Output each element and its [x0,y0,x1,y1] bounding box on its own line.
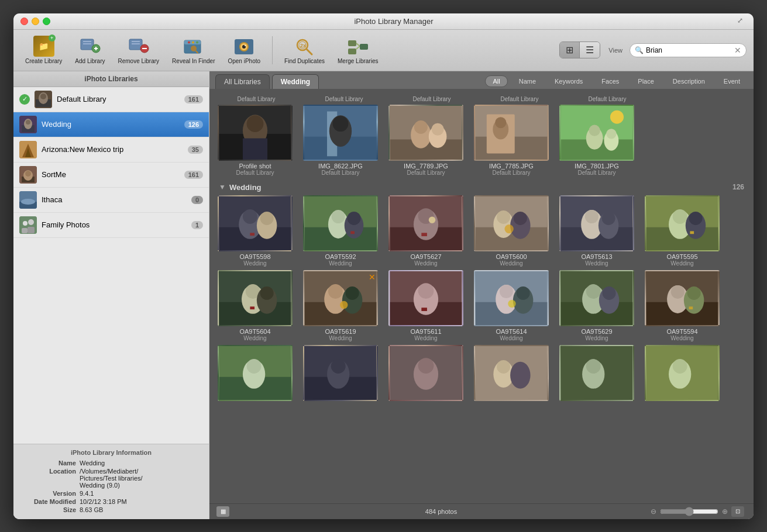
svg-point-111 [585,210,599,223]
tab-all-libraries[interactable]: All Libraries [215,74,270,89]
fullscreen-button[interactable] [43,18,50,25]
titlebar: iPhoto Library Manager ⤢ [13,13,754,30]
svg-rect-159 [689,306,693,309]
photo-item-w18[interactable] [641,345,723,403]
svg-rect-10 [142,48,147,49]
svg-text:2x: 2x [300,43,306,49]
svg-rect-27 [348,40,356,46]
remove-library-button[interactable]: Remove Library [113,33,164,67]
list-view-button[interactable]: ☰ [580,42,600,58]
sidebar-item-ithaca-name: Ithaca [42,195,187,204]
create-library-label: Create Library [25,58,62,65]
reveal-finder-button[interactable]: Reveal In Finder [167,33,219,67]
svg-point-73 [495,117,506,128]
svg-rect-87 [250,233,254,236]
wedding-row-2: OA9T5604 Wedding [214,270,749,341]
open-iphoto-button[interactable]: Open iPhoto [223,33,265,67]
filter-faces[interactable]: Faces [594,75,627,87]
photo-item-w5[interactable]: OA9T5613 Wedding [556,195,638,267]
svg-rect-57 [243,138,267,159]
photo-item-w9[interactable]: OA9T5611 Wedding [385,270,467,341]
sidebar-list: ✓ Default Library 161 [13,87,209,444]
photo-item-img7789[interactable]: IMG_7789.JPG Default Library [385,105,467,176]
photo-item-w13[interactable] [214,345,296,403]
photo-item-w14[interactable] [300,345,381,403]
photo-lib-w9: Wedding [414,335,437,341]
photo-name-profile: Profile shot [239,163,271,170]
filter-name[interactable]: Name [511,75,544,87]
filter-all[interactable]: All [485,75,507,87]
merge-libraries-icon [348,36,369,57]
merge-libraries-button[interactable]: Merge Libraries [333,33,383,67]
add-library-button[interactable]: Add Library [70,33,109,67]
zoom-slider[interactable] [660,507,718,516]
svg-point-152 [603,286,616,299]
info-date-key: Date Modified [20,498,76,505]
photo-item-w10[interactable]: OA9T5614 Wedding [470,270,552,341]
add-library-label: Add Library [75,58,105,65]
minimize-button[interactable] [32,18,39,25]
find-duplicates-button[interactable]: 2x Find Duplicates [280,33,329,67]
sidebar-item-default-name: Default Library [57,95,180,103]
toolbar-separator-1 [272,36,273,64]
sidebar-item-ithaca[interactable]: Ithaca 0 [13,188,209,213]
tab-wedding[interactable]: Wedding [272,74,319,89]
photo-item-w6[interactable]: OA9T5595 Wedding [641,195,723,267]
photo-item-w8[interactable]: ✕ OA9T5619 Wedding [300,270,381,341]
photo-name-img7789: IMG_7789.JPG [404,163,448,170]
photo-thumb-w3 [388,195,463,251]
photo-thumb-w15 [388,345,463,401]
photo-item-w1[interactable]: OA9T5598 Wedding [214,195,296,267]
photo-item-w15[interactable] [385,345,467,403]
fit-view-button[interactable]: ⊡ [731,506,744,517]
sidebar-item-arizona-name: Arizona:New Mexico trip [42,145,183,154]
photo-item-w4[interactable]: OA9T5600 Wedding [470,195,552,267]
filter-keywords[interactable]: Keywords [547,75,590,87]
reveal-finder-icon [183,36,204,57]
sidebar-item-wedding[interactable]: Wedding 126 [13,112,209,137]
sidebar-item-family[interactable]: Family Photos 1 [13,213,209,238]
create-library-icon: 📁+ [33,36,54,57]
svg-point-177 [586,359,601,374]
svg-point-13 [188,41,190,43]
photo-thumb-img8622 [303,105,378,161]
close-button[interactable] [20,18,28,25]
grid-view-button[interactable]: ⊞ [560,42,580,58]
sidebar-item-arizona[interactable]: Arizona:New Mexico trip 35 [13,137,209,163]
photo-thumb-img7789 [388,105,463,161]
create-library-button[interactable]: 📁+ Create Library [20,33,67,67]
view-mode-button[interactable]: ▦ [216,506,229,517]
section-arrow-wedding[interactable]: ▼ [219,183,226,191]
sidebar-item-default[interactable]: ✓ Default Library 161 [13,87,209,112]
photo-item-w12[interactable]: OA9T5594 Wedding [641,270,723,341]
remove-library-label: Remove Library [118,58,160,65]
search-input[interactable] [646,46,734,54]
photo-item-w17[interactable] [556,345,638,403]
photo-item-profile[interactable]: Profile shot Default Library [214,105,296,176]
photo-item-img7785[interactable]: IMG_7785.JPG Default Library [470,105,552,176]
svg-point-174 [510,361,531,388]
photo-thumb-w14 [303,345,378,401]
photo-item-w3[interactable]: OA9T5627 Wedding [385,195,467,267]
expand-icon[interactable]: ⤢ [737,16,747,26]
photo-item-w7[interactable]: OA9T5604 Wedding [214,270,296,341]
status-text: 484 photos [232,508,651,515]
filter-place[interactable]: Place [630,75,662,87]
search-clear-icon[interactable]: ✕ [734,46,741,55]
svg-point-146 [508,299,515,307]
photo-item-w2[interactable]: OA9T5592 Wedding [300,195,381,267]
filter-event[interactable]: Event [716,75,748,87]
dl-label-2: Default Library [307,96,381,102]
photo-item-img7801[interactable]: IMG_7801.JPG Default Library [556,105,638,176]
svg-rect-29 [360,44,368,50]
sidebar-item-sortme[interactable]: SortMe 161 [13,163,209,188]
photo-item-img8622[interactable]: IMG_8622.JPG Default Library [300,105,381,176]
photo-item-w11[interactable]: OA9T5629 Wedding [556,270,638,341]
photo-thumb-w4 [474,195,549,251]
svg-rect-28 [348,49,356,54]
svg-rect-8 [132,43,140,44]
find-duplicates-icon: 2x [294,36,315,57]
photo-item-w16[interactable] [470,345,552,403]
svg-point-100 [429,216,436,223]
filter-description[interactable]: Description [665,75,713,87]
